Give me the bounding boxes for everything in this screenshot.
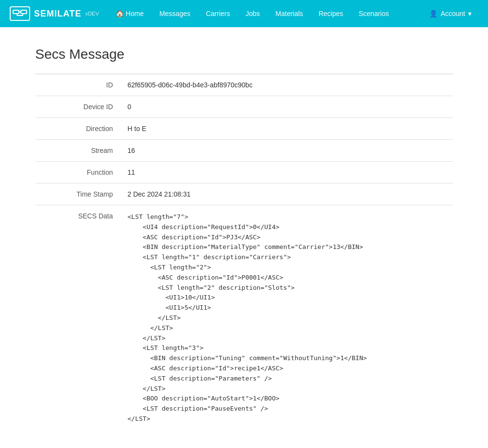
nav-home[interactable]: 🏠 Home [109, 6, 151, 21]
chevron-down-icon: ▾ [468, 10, 471, 17]
user-icon: 👤 [429, 10, 438, 17]
nav-recipes[interactable]: Recipes [312, 6, 350, 21]
direction-row: Direction H to E [35, 118, 453, 140]
brand-logo [10, 6, 30, 21]
function-row: Function 11 [35, 162, 453, 183]
nav-materials[interactable]: Materials [269, 6, 310, 21]
id-label: ID [35, 74, 123, 96]
function-value: 11 [123, 162, 453, 183]
svg-rect-0 [13, 10, 19, 14]
brand-link[interactable]: SEMILATE vDEV [10, 6, 99, 21]
account-menu[interactable]: 👤 Account ▾ [422, 6, 478, 21]
nav-jobs[interactable]: Jobs [239, 6, 267, 21]
id-value: 62f65905-d06c-49bd-b4e3-abf8970c90bc [123, 74, 453, 96]
device-id-row: Device ID 0 [35, 96, 453, 118]
main-content: Secs Message ID 62f65905-d06c-49bd-b4e3-… [26, 27, 463, 448]
page-title: Secs Message [35, 47, 453, 62]
nav-links: 🏠 Home Messages Carriers Jobs Materials [109, 6, 423, 21]
secs-data-row: SECS Data <LST length="7"> <UI4 descript… [35, 205, 453, 431]
stream-row: Stream 16 [35, 140, 453, 162]
device-id-value: 0 [123, 96, 453, 118]
navbar: SEMILATE vDEV 🏠 Home Messages Carriers J… [0, 0, 488, 27]
secs-data-label: SECS Data [35, 205, 123, 431]
timestamp-label: Time Stamp [35, 183, 123, 205]
device-id-label: Device ID [35, 96, 123, 118]
function-label: Function [35, 162, 123, 183]
home-icon: 🏠 [116, 10, 124, 17]
direction-value: H to E [123, 118, 453, 140]
svg-rect-1 [21, 10, 27, 14]
nav-messages[interactable]: Messages [152, 6, 197, 21]
brand-name: SEMILATE [34, 9, 82, 19]
secs-data-value: <LST length="7"> <UI4 description="Reque… [123, 205, 453, 431]
timestamp-value: 2 Dec 2024 21:08:31 [123, 183, 453, 205]
timestamp-row: Time Stamp 2 Dec 2024 21:08:31 [35, 183, 453, 205]
id-row: ID 62f65905-d06c-49bd-b4e3-abf8970c90bc [35, 74, 453, 96]
stream-label: Stream [35, 140, 123, 162]
nav-scenarios[interactable]: Scenarios [352, 6, 396, 21]
stream-value: 16 [123, 140, 453, 162]
nav-carriers[interactable]: Carriers [199, 6, 237, 21]
detail-table: ID 62f65905-d06c-49bd-b4e3-abf8970c90bc … [35, 74, 453, 431]
secs-data-content: <LST length="7"> <UI4 description="Reque… [128, 212, 448, 424]
brand-version: vDEV [85, 11, 99, 17]
direction-label: Direction [35, 118, 123, 140]
